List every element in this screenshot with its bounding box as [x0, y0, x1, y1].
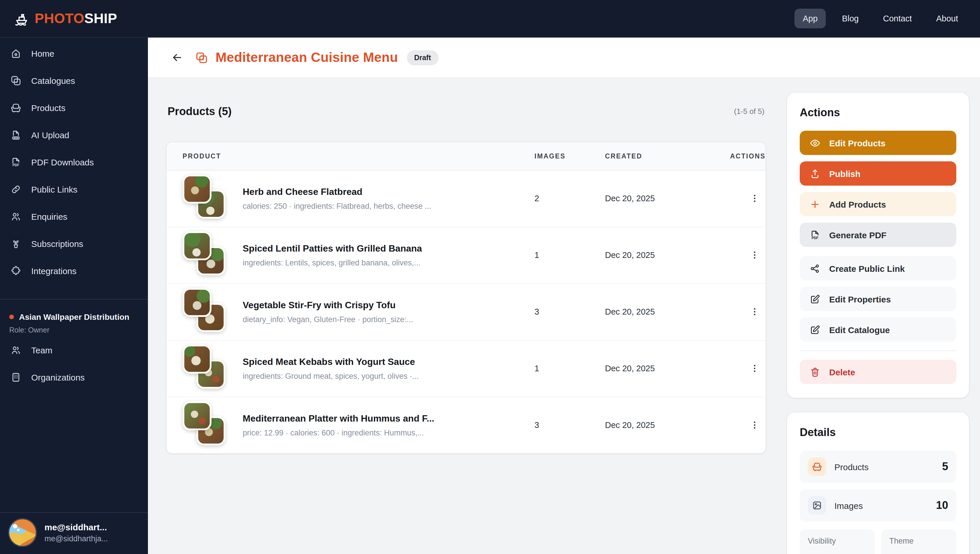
back-button[interactable] — [167, 48, 186, 67]
sidebar-item-enquiries[interactable]: Enquiries — [0, 203, 148, 230]
product-cell: Mediterranean Platter with Hummus and F.… — [183, 401, 535, 449]
kebab-icon — [749, 363, 760, 374]
table-row[interactable]: Vegetable Stir-Fry with Crispy Tofu diet… — [166, 284, 765, 340]
product-thumbnails — [183, 231, 229, 279]
row-menu-button[interactable] — [747, 247, 762, 263]
sidebar-item-pdf-downloads[interactable]: PDF PDF Downloads — [0, 148, 148, 176]
nav-contact[interactable]: Contact — [875, 9, 920, 28]
sidebar-item-products[interactable]: Products — [0, 94, 148, 121]
generate-pdf-button[interactable]: PDF Generate PDF — [800, 223, 956, 247]
table-row[interactable]: Mediterranean Platter with Hummus and F.… — [166, 397, 765, 453]
edit-properties-button[interactable]: Edit Properties — [800, 287, 956, 311]
details-heading: Details — [800, 426, 956, 439]
kebab-icon — [749, 420, 760, 430]
right-rail: Actions Edit Products Publish Add Produc… — [787, 93, 969, 554]
user-account[interactable]: me@siddhart... me@siddharthja... — [0, 512, 148, 554]
visibility-label: Visibility — [808, 536, 867, 545]
edit-icon — [810, 324, 821, 335]
home-icon — [10, 48, 21, 59]
actions-cell — [715, 418, 765, 433]
sidebar-item-label: Subscriptions — [31, 239, 83, 249]
content: Products (5) (1-5 of 5) PRODUCT IMAGES C… — [148, 78, 980, 554]
sidebar-item-label: Home — [31, 49, 54, 58]
details-images-row: Images 10 — [800, 489, 956, 522]
edit-icon — [810, 294, 821, 305]
team-icon — [10, 345, 21, 356]
edit-products-button[interactable]: Edit Products — [800, 131, 956, 155]
created-date: Dec 20, 2025 — [605, 307, 715, 316]
pdf-icon: PDF — [10, 157, 21, 168]
page-header: Mediterranean Cuisine Menu Draft — [148, 38, 980, 78]
products-table: PRODUCT IMAGES CREATED ACTIONS He — [166, 142, 765, 453]
armchair-icon — [10, 102, 21, 113]
table-row[interactable]: Spiced Meat Kebabs with Yogurt Sauce ing… — [166, 340, 765, 397]
actions-cell — [715, 247, 765, 263]
product-image — [183, 288, 212, 317]
details-products-row: Products 5 — [800, 450, 956, 483]
table-header: PRODUCT IMAGES CREATED ACTIONS — [166, 142, 765, 170]
row-menu-button[interactable] — [747, 418, 762, 433]
publish-button[interactable]: Publish — [800, 161, 956, 186]
sidebar: Home Catalogues Products AI Upload PDF P… — [0, 38, 148, 554]
sidebar-item-label: Organizations — [31, 372, 85, 382]
create-public-link-button[interactable]: Create Public Link — [800, 256, 956, 281]
products-range: (1-5 of 5) — [734, 107, 765, 116]
arrow-left-icon — [171, 51, 183, 64]
product-title: Herb and Cheese Flatbread — [243, 187, 431, 197]
product-cell: Spiced Lentil Patties with Grilled Banan… — [183, 231, 535, 279]
table-row[interactable]: Herb and Cheese Flatbread calories: 250 … — [166, 170, 765, 227]
top-navbar: PHOTOSHIP App Blog Contact About — [0, 0, 980, 38]
sidebar-item-label: Team — [31, 345, 52, 355]
table-row[interactable]: Spiced Lentil Patties with Grilled Banan… — [166, 227, 765, 284]
main-area: Mediterranean Cuisine Menu Draft Product… — [148, 38, 980, 554]
page-title: Mediterranean Cuisine Menu — [216, 50, 398, 65]
svg-text:PDF: PDF — [13, 163, 19, 167]
sidebar-item-ai-upload[interactable]: AI Upload — [0, 121, 148, 148]
details-images-value: 10 — [936, 499, 948, 512]
pdf-icon: PDF — [810, 229, 821, 240]
image-icon — [812, 500, 822, 511]
sidebar-item-team[interactable]: Team — [0, 337, 148, 364]
nav-blog[interactable]: Blog — [834, 9, 867, 28]
org-block: Asian Wallpaper Distribution Role: Owner — [0, 300, 148, 337]
user-identity: me@siddhart... me@siddharthja... — [45, 522, 108, 543]
product-title: Vegetable Stir-Fry with Crispy Tofu — [243, 300, 413, 310]
product-image — [183, 231, 212, 260]
plant-icon — [10, 238, 21, 249]
images-count: 1 — [535, 251, 605, 260]
sidebar-item-label: Enquiries — [31, 212, 67, 222]
sidebar-item-organizations[interactable]: Organizations — [0, 364, 148, 391]
delete-button[interactable]: Delete — [800, 360, 956, 384]
sidebar-item-label: Integrations — [31, 266, 76, 276]
edit-catalogue-button[interactable]: Edit Catalogue — [800, 318, 956, 342]
nav-about[interactable]: About — [928, 9, 966, 28]
row-menu-button[interactable] — [747, 191, 762, 206]
users-icon — [10, 211, 21, 222]
product-text: Herb and Cheese Flatbread calories: 250 … — [243, 187, 431, 210]
organization-icon — [10, 372, 21, 383]
row-menu-button[interactable] — [747, 304, 762, 319]
product-image — [183, 175, 212, 204]
armchair-icon — [812, 461, 822, 472]
actions-cell — [715, 191, 765, 206]
products-heading: Products (5) — [167, 105, 232, 118]
product-text: Mediterranean Platter with Hummus and F.… — [243, 413, 434, 437]
row-menu-button[interactable] — [747, 361, 762, 376]
products-header-row: Products (5) (1-5 of 5) — [167, 96, 764, 127]
sidebar-item-integrations[interactable]: Integrations — [0, 257, 148, 284]
images-count: 3 — [535, 307, 605, 316]
col-images: IMAGES — [535, 152, 605, 159]
add-products-button[interactable]: Add Products — [800, 192, 956, 216]
product-title: Spiced Meat Kebabs with Yogurt Sauce — [243, 356, 418, 367]
sidebar-item-subscriptions[interactable]: Subscriptions — [0, 230, 148, 257]
product-text: Spiced Lentil Patties with Grilled Banan… — [243, 243, 422, 267]
sidebar-item-public-links[interactable]: Public Links — [0, 176, 148, 203]
nav-app[interactable]: App — [795, 9, 826, 28]
visibility-box: Visibility — [800, 529, 875, 554]
details-products-label: Products — [834, 462, 869, 472]
sidebar-item-home[interactable]: Home — [0, 40, 148, 67]
ship-icon — [14, 11, 29, 26]
org-name[interactable]: Asian Wallpaper Distribution — [9, 312, 139, 321]
sidebar-item-catalogues[interactable]: Catalogues — [0, 67, 148, 94]
brand-logo[interactable]: PHOTOSHIP — [14, 10, 117, 27]
